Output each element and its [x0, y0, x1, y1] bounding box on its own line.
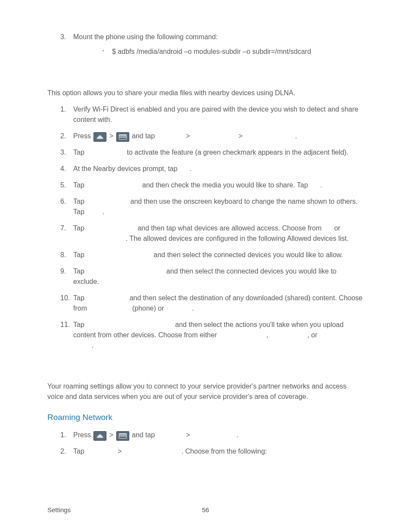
- device-name-label: Device name: [86, 198, 128, 205]
- prev-section-steps: Mount the phone using the following comm…: [47, 32, 364, 57]
- access-control-label: Access control: [86, 224, 136, 232]
- shared-contents-label: Shared contents: [86, 181, 140, 189]
- nearby-step-11: Tap Upload from other devices and then s…: [47, 320, 364, 351]
- page-footer: Settings 56: [47, 505, 364, 515]
- roaming-intro: Your roaming settings allow you to conne…: [47, 381, 364, 402]
- usb-storage-label: USB storage: [89, 305, 130, 312]
- roaming-network-subheading: Roaming Network: [47, 411, 364, 424]
- roaming-steps: Press > and tap Settings > More settings…: [47, 430, 364, 457]
- menu-icon: [116, 132, 129, 142]
- adbfs-cmd: $ adbfs /media/android –o modules-subdir…: [73, 47, 364, 57]
- settings-label: Settings: [157, 132, 184, 140]
- always-ask-label: Always ask: [270, 331, 307, 339]
- roaming-heading: Roaming: [47, 364, 364, 377]
- roaming-step-1: Press > and tap Settings > More settings…: [47, 430, 364, 440]
- nearby-steps: Verify Wi-Fi Direct is enabled and you a…: [47, 104, 364, 351]
- step-text: Mount the phone using the following comm…: [73, 33, 218, 40]
- nearby-step-5: Tap Shared contents and then check the m…: [47, 180, 364, 190]
- more-settings-label: More settings: [192, 132, 237, 140]
- save-label: Save: [86, 208, 102, 215]
- doc-page: Mount the phone using the following comm…: [0, 0, 411, 532]
- more-settings-label: More settings: [192, 431, 237, 439]
- nearby-step-6: Tap Device name and then use the onscree…: [47, 196, 364, 217]
- nearby-step-3: Tap File sharing to activate the feature…: [47, 147, 364, 158]
- all-label: All: [324, 224, 332, 232]
- ok-label: OK: [179, 165, 190, 172]
- settings-label: Settings: [157, 431, 184, 439]
- roaming-label: Roaming: [86, 448, 115, 455]
- file-sharing-label: File sharing: [86, 149, 125, 156]
- allowed-devices-list-label: Allowed devices list: [86, 251, 152, 258]
- not-allowed-devices-list-label: Not-allowed devices list: [86, 268, 164, 275]
- nearby-intro: This option allows you to share your med…: [47, 88, 364, 98]
- cmd-list: $ adbfs /media/android –o modules-subdir…: [73, 47, 364, 57]
- download-to-label: Download to: [86, 294, 128, 302]
- home-icon: [93, 431, 106, 441]
- nearby-step-10: Tap Download to and then select the dest…: [47, 293, 364, 314]
- nearby-devices-heading: Nearby devices: [47, 70, 364, 84]
- nearby-step-1: Verify Wi-Fi Direct is enabled and you a…: [47, 104, 364, 125]
- roaming-network-label: Roaming network: [124, 448, 181, 455]
- nearby-step-4: At the Nearby devices prompt, tap OK.: [47, 164, 364, 174]
- nearby-step-2: Press > and tap Settings > More settings…: [47, 131, 364, 141]
- roaming-step-2: Tap Roaming > Roaming network. Choose fr…: [47, 446, 364, 457]
- nearby-devices-label: Nearby devices: [244, 132, 295, 140]
- menu-icon: [116, 431, 129, 441]
- home-icon: [93, 132, 106, 142]
- footer-page-number: 56: [202, 505, 209, 515]
- sd-card-label: SD card: [166, 305, 192, 312]
- mount-cmd-step: Mount the phone using the following comm…: [47, 32, 364, 57]
- nearby-step-7: Tap Access control and then tap what dev…: [47, 223, 364, 244]
- upload-from-other-devices-label: Upload from other devices: [86, 321, 173, 328]
- nearby-step-8: Tap Allowed devices list and then select…: [47, 250, 364, 260]
- always-accept-label: Always accept: [219, 331, 266, 339]
- footer-section: Settings: [47, 505, 71, 515]
- nearby-step-9: Tap Not-allowed devices list and then se…: [47, 266, 364, 287]
- ok-label-2: OK: [310, 181, 320, 189]
